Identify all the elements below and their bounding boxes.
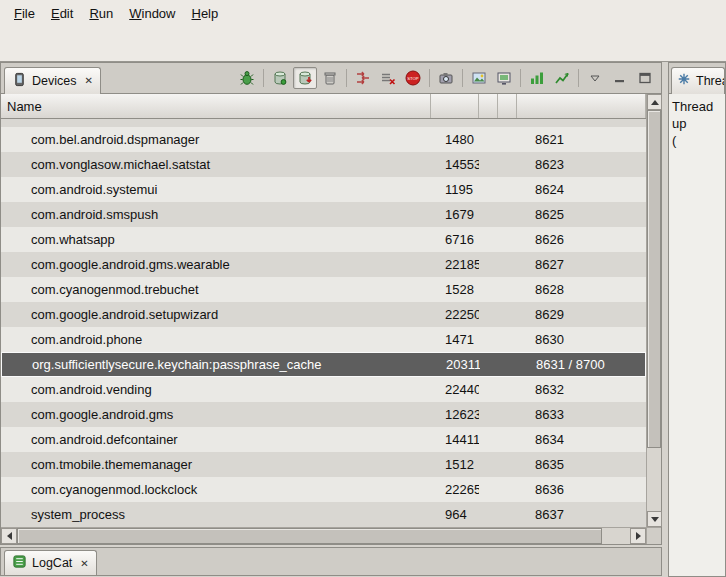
network-stats-icon (554, 70, 570, 86)
threads-message-line1: Thread up (672, 98, 722, 132)
menu-window[interactable]: Window (121, 2, 183, 25)
column-header-empty-2[interactable] (498, 94, 517, 118)
toolbar-separator (263, 69, 264, 87)
table-row[interactable]: com.bel.android.dspmanager 1480 8621 (1, 127, 646, 152)
horizontal-scroll-thumb[interactable] (17, 528, 602, 544)
tab-devices[interactable]: Devices ✕ (4, 67, 101, 94)
process-pid: 22185 (431, 257, 479, 272)
menu-file[interactable]: File (6, 2, 43, 25)
process-pid: 1528 (431, 282, 479, 297)
table-row[interactable]: com.whatsapp 6716 8626 (1, 227, 646, 252)
toolbar-separator (520, 69, 521, 87)
scroll-right-button[interactable] (630, 528, 646, 544)
column-header-pid[interactable] (431, 94, 479, 118)
vertical-scrollbar[interactable] (646, 94, 661, 527)
process-pid: 20311 (432, 357, 480, 372)
empty-toolbar-strip (0, 27, 726, 62)
menu-run[interactable]: Run (81, 2, 121, 25)
stop-process-button[interactable]: STOP (401, 67, 425, 89)
stop-label: STOP (407, 76, 419, 81)
column-header-name[interactable]: Name (1, 94, 431, 118)
table-row[interactable]: com.android.phone 1471 8630 (1, 327, 646, 352)
process-port: 8623 (517, 157, 646, 172)
table-row[interactable]: com.google.android.gms 12623 8633 (1, 402, 646, 427)
column-header-port[interactable] (517, 94, 646, 118)
process-port: 8630 (517, 332, 646, 347)
dump-hprof-button[interactable] (293, 67, 317, 89)
table-row[interactable]: com.google.android.setupwizard 22250 862… (1, 302, 646, 327)
maximize-button[interactable] (633, 67, 657, 89)
table-row[interactable]: com.cyanogenmod.trebuchet 1528 8628 (1, 277, 646, 302)
scroll-up-button[interactable] (647, 94, 662, 110)
tab-threads[interactable]: Threads (671, 67, 725, 94)
table-row[interactable]: com.android.defcontainer 14411 8634 (1, 427, 646, 452)
system-info-button[interactable] (492, 67, 516, 89)
close-icon[interactable]: ✕ (84, 75, 92, 86)
menu-edit[interactable]: Edit (43, 2, 81, 25)
table-row[interactable]: com.android.systemui 1195 8624 (1, 177, 646, 202)
minimize-button[interactable] (608, 67, 632, 89)
menu-help[interactable]: Help (183, 2, 226, 25)
scrollbar-corner (646, 527, 661, 544)
close-icon[interactable]: ✕ (80, 558, 88, 569)
menubar: File Edit Run Window Help (0, 0, 726, 27)
table-row[interactable]: com.tmobile.thememanager 1512 8635 (1, 452, 646, 477)
table-row[interactable]: system_process 964 8637 (1, 502, 646, 527)
process-port: 8634 (517, 432, 646, 447)
update-threads-button[interactable] (351, 67, 375, 89)
process-name: com.cyanogenmod.lockclock (1, 482, 431, 497)
device-rows: com.bel.android.dspmanager 1480 8621 com… (1, 119, 646, 527)
update-heap-icon (272, 70, 288, 86)
process-name: com.android.systemui (1, 182, 431, 197)
process-pid: 22250 (431, 307, 479, 322)
process-port: 8625 (517, 207, 646, 222)
maximize-icon (637, 70, 653, 86)
process-name: com.google.android.gms (1, 407, 431, 422)
tab-logcat[interactable]: LogCat ✕ (4, 550, 97, 575)
threads-panel: Threads Thread up ( (668, 62, 726, 577)
minimize-icon (612, 70, 628, 86)
process-name: system_process (1, 507, 431, 522)
process-pid: 14553 (431, 157, 479, 172)
heap-columns-icon (529, 70, 545, 86)
horizontal-scrollbar[interactable] (1, 527, 646, 544)
process-name: com.bel.android.dspmanager (1, 132, 431, 147)
vertical-scroll-thumb[interactable] (647, 110, 661, 448)
process-pid: 964 (431, 507, 479, 522)
view-hierarchy-button[interactable] (467, 67, 491, 89)
dump-threads-button[interactable] (376, 67, 400, 89)
scroll-down-button[interactable] (647, 511, 662, 527)
process-port: 8635 (517, 457, 646, 472)
table-row[interactable]: com.android.vending 22440 8632 (1, 377, 646, 402)
table-row[interactable]: org.sufficientlysecure.keychain:passphra… (1, 352, 646, 377)
update-heap-button[interactable] (268, 67, 292, 89)
tab-logcat-label: LogCat (32, 556, 72, 570)
devices-toolbar: STOP (235, 67, 661, 89)
process-pid: 6716 (431, 232, 479, 247)
table-row[interactable]: com.android.smspush 1679 8625 (1, 202, 646, 227)
scroll-left-button[interactable] (1, 528, 17, 544)
process-name: com.android.defcontainer (1, 432, 431, 447)
heap-columns-button[interactable] (525, 67, 549, 89)
table-row[interactable]: com.cyanogenmod.lockclock 22265 8636 (1, 477, 646, 502)
debug-icon (239, 70, 255, 86)
process-name: com.tmobile.thememanager (1, 457, 431, 472)
table-row[interactable]: com.google.android.gms.wearable 22185 86… (1, 252, 646, 277)
process-port: 8629 (517, 307, 646, 322)
tab-devices-label: Devices (32, 74, 76, 88)
column-header-empty-1[interactable] (479, 94, 498, 118)
view-menu-button[interactable] (583, 67, 607, 89)
view-hierarchy-icon (471, 70, 487, 86)
device-icon (12, 72, 27, 90)
process-name: com.android.phone (1, 332, 431, 347)
toolbar-separator (429, 69, 430, 87)
table-row[interactable]: com.vonglasow.michael.satstat 14553 8623 (1, 152, 646, 177)
devices-tabbar: Devices ✕ STOP (1, 63, 661, 94)
gc-button[interactable] (318, 67, 342, 89)
gc-icon (322, 70, 338, 86)
debug-button[interactable] (235, 67, 259, 89)
update-threads-icon (355, 70, 371, 86)
process-name: com.whatsapp (1, 232, 431, 247)
screen-capture-button[interactable] (434, 67, 458, 89)
network-stats-button[interactable] (550, 67, 574, 89)
